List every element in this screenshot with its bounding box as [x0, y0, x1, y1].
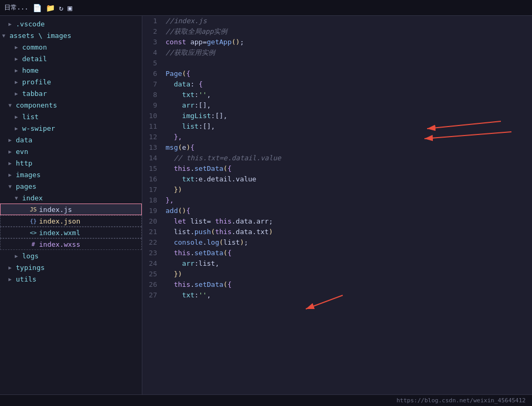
- sidebar-item-home[interactable]: home: [0, 64, 142, 76]
- code-line-1: 1 //index.js: [142, 16, 532, 26]
- line-code: let list= this.data.arr;: [166, 216, 532, 227]
- line-code: Page({: [166, 69, 532, 79]
- line-number: 17: [142, 185, 166, 195]
- line-number: 9: [142, 100, 166, 111]
- sidebar-item-vscode[interactable]: .vscode: [0, 18, 142, 30]
- wxss-file-icon: #: [29, 241, 37, 248]
- new-file-icon[interactable]: 📄: [33, 4, 42, 12]
- chevron-icon: [15, 79, 22, 85]
- sidebar-item-label: data: [16, 136, 32, 144]
- sidebar-item-typings[interactable]: typings: [0, 262, 142, 273]
- line-number: 3: [142, 37, 166, 47]
- chevron-icon: [8, 183, 16, 189]
- line-number: 6: [142, 69, 166, 79]
- code-line-17: 17 }): [142, 185, 532, 195]
- sidebar-item-index-wxml[interactable]: <> index.wxml: [0, 227, 142, 238]
- new-folder-icon[interactable]: 📁: [46, 4, 55, 12]
- sidebar-item-label: assets \ images: [9, 32, 71, 40]
- line-number: 13: [142, 142, 166, 153]
- code-line-24: 24 arr:list,: [142, 258, 532, 269]
- line-code: console.log(list);: [166, 237, 532, 248]
- sidebar-item-label: index.wxss: [39, 240, 80, 248]
- chevron-icon: [2, 33, 9, 38]
- line-number: 19: [142, 206, 166, 216]
- main-layout: .vscode assets \ images common detail ho…: [0, 16, 532, 394]
- code-line-6: 6 Page({: [142, 69, 532, 79]
- sidebar-item-label: profile: [22, 78, 51, 86]
- sidebar-item-components[interactable]: components: [0, 99, 142, 111]
- line-number: 7: [142, 79, 166, 90]
- line-code: arr:list,: [166, 258, 532, 269]
- line-number: 4: [142, 47, 166, 58]
- code-line-7: 7 data: {: [142, 79, 532, 90]
- sidebar-item-label: utils: [16, 275, 36, 283]
- code-line-2: 2 //获取全局app实例: [142, 26, 532, 37]
- sidebar-item-tabbar[interactable]: tabbar: [0, 88, 142, 99]
- sidebar-item-assets-images[interactable]: assets \ images: [0, 30, 142, 41]
- line-number: 22: [142, 237, 166, 248]
- sidebar-item-logs[interactable]: logs: [0, 250, 142, 262]
- sidebar-item-images[interactable]: images: [0, 169, 142, 180]
- line-code: this.setData({: [166, 163, 532, 174]
- code-editor[interactable]: 1 //index.js 2 //获取全局app实例 3 const app=g…: [142, 16, 532, 301]
- sidebar-item-label: list: [22, 113, 38, 121]
- chevron-icon: [8, 21, 16, 27]
- sidebar-item-utils[interactable]: utils: [0, 273, 142, 285]
- line-code: txt:'',: [166, 90, 532, 100]
- wxml-file-icon: <>: [29, 229, 37, 236]
- sidebar-item-label: common: [22, 43, 47, 51]
- line-number: 24: [142, 258, 166, 269]
- sidebar-item-label: home: [22, 66, 38, 74]
- sidebar-item-index-wxss[interactable]: # index.wxss: [0, 238, 142, 250]
- code-line-3: 3 const app=getApp();: [142, 37, 532, 47]
- sidebar-item-index-json[interactable]: {} index.json: [0, 215, 142, 227]
- sidebar-item-label: http: [16, 159, 32, 167]
- sidebar-item-label: index.json: [39, 217, 80, 225]
- line-code: }): [166, 185, 532, 195]
- sidebar-item-detail[interactable]: detail: [0, 53, 142, 64]
- line-code: [166, 58, 532, 69]
- editor-wrapper: 1 //index.js 2 //获取全局app实例 3 const app=g…: [142, 16, 532, 394]
- sidebar-item-label: index: [22, 194, 43, 202]
- line-number: 12: [142, 132, 166, 142]
- sidebar-item-index-folder[interactable]: index: [0, 192, 142, 204]
- sidebar-item-http[interactable]: http: [0, 157, 142, 169]
- sidebar-item-w-swiper[interactable]: w-swiper: [0, 122, 142, 134]
- line-number: 5: [142, 58, 166, 69]
- sidebar-item-label: logs: [22, 252, 38, 260]
- sidebar-item-pages[interactable]: pages: [0, 180, 142, 192]
- line-code: imgList:[],: [166, 111, 532, 121]
- json-file-icon: {}: [29, 218, 37, 225]
- sidebar-item-common[interactable]: common: [0, 41, 142, 53]
- statusbar-url: https://blog.csdn.net/weixin_45645412: [396, 397, 526, 404]
- sidebar-item-profile[interactable]: profile: [0, 76, 142, 88]
- line-number: 25: [142, 269, 166, 279]
- code-line-14: 14 // this.txt=e.datail.value: [142, 153, 532, 163]
- chevron-icon: [15, 91, 22, 96]
- line-code: // this.txt=e.datail.value: [166, 153, 532, 163]
- sidebar-item-label: index.wxml: [39, 229, 80, 237]
- chevron-icon: [8, 137, 16, 143]
- refresh-icon[interactable]: ↻: [59, 4, 63, 12]
- collapse-icon[interactable]: ▣: [67, 4, 72, 12]
- line-number: 2: [142, 26, 166, 37]
- line-number: 18: [142, 195, 166, 206]
- sidebar-item-list[interactable]: list: [0, 111, 142, 122]
- sidebar-item-label: evn: [16, 148, 28, 156]
- sidebar-item-label: images: [16, 171, 41, 179]
- sidebar-item-index-js[interactable]: JS index.js: [0, 204, 142, 215]
- sidebar-item-evn[interactable]: evn: [0, 146, 142, 157]
- sidebar-item-label: pages: [16, 182, 36, 190]
- chevron-icon: [15, 195, 22, 201]
- sidebar-item-data[interactable]: data: [0, 134, 142, 146]
- code-line-4: 4 //获取应用实例: [142, 47, 532, 58]
- code-line-16: 16 txt:e.detail.value: [142, 174, 532, 185]
- code-line-23: 23 this.setData({: [142, 248, 532, 258]
- line-number: 1: [142, 16, 166, 26]
- code-line-8: 8 txt:'',: [142, 90, 532, 100]
- chevron-icon: [8, 149, 16, 154]
- line-number: 26: [142, 279, 166, 290]
- chevron-icon: [15, 67, 22, 73]
- sidebar-item-label: typings: [16, 264, 45, 272]
- line-number: 15: [142, 163, 166, 174]
